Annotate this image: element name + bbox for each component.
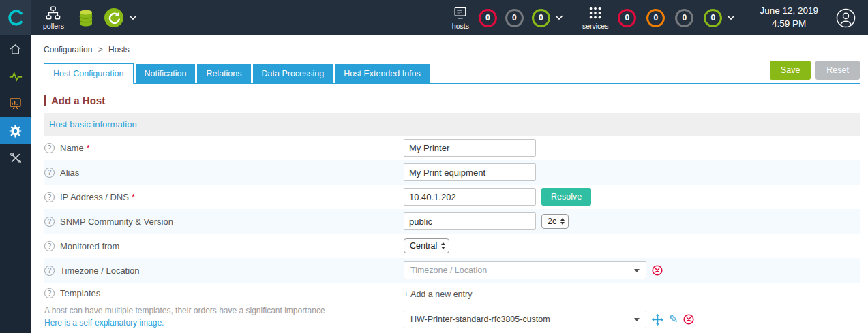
- pollers-label: pollers: [43, 22, 64, 30]
- hosts-chevron-down-icon[interactable]: [555, 15, 563, 20]
- pollers-menu[interactable]: pollers: [43, 5, 64, 30]
- hosts-label: hosts: [452, 22, 469, 30]
- ip-input[interactable]: [404, 188, 536, 206]
- snmp-label: SNMP Community & Version: [60, 217, 173, 227]
- current-time: 4:59 PM: [760, 18, 818, 31]
- database-status-icon[interactable]: [78, 9, 94, 27]
- breadcrumb-configuration[interactable]: Configuration: [44, 45, 92, 54]
- timezone-placeholder: Timezone / Location: [410, 266, 487, 275]
- services-ok-badge[interactable]: 0: [704, 9, 722, 27]
- name-input[interactable]: [404, 139, 536, 157]
- services-unknown-badge[interactable]: 0: [675, 9, 693, 27]
- poller-chevron-down-icon[interactable]: [129, 15, 137, 20]
- sidebar-item-administration[interactable]: [0, 144, 31, 172]
- form-row-ip: ? IP Address / DNS * Resolve: [44, 185, 860, 209]
- select-arrows-icon: [441, 242, 445, 249]
- hosts-menu[interactable]: hosts: [452, 5, 469, 30]
- form-row-snmp: ? SNMP Community & Version 2c: [44, 209, 860, 234]
- template-move-icon[interactable]: [652, 314, 663, 326]
- chevron-down-icon: [634, 318, 640, 321]
- sidebar-item-configuration[interactable]: [0, 117, 31, 144]
- hosts-icon: [453, 5, 468, 20]
- user-profile-icon[interactable]: [836, 8, 856, 28]
- tools-icon: [9, 151, 23, 165]
- required-marker: *: [87, 143, 90, 153]
- heartbeat-icon: [8, 69, 23, 84]
- services-critical-badge[interactable]: 0: [618, 9, 636, 27]
- current-date: June 12, 2019: [760, 5, 818, 18]
- monitored-from-label: Monitored from: [60, 241, 119, 251]
- tab-host-configuration[interactable]: Host Configuration: [44, 63, 134, 84]
- pollers-icon: [46, 5, 61, 20]
- sidebar-item-reporting[interactable]: [0, 90, 31, 117]
- tab-data-processing[interactable]: Data Processing: [253, 64, 333, 83]
- form-row-templates: ? Templates A host can have multiple tem…: [44, 283, 860, 333]
- services-label: services: [582, 22, 609, 30]
- services-icon: [588, 5, 603, 20]
- host-form: ? Name * ? Alias ? IP Address / DNS *: [44, 136, 860, 333]
- services-warning-badge[interactable]: 0: [646, 9, 665, 27]
- service-status-badges: 0 0 0 0: [618, 9, 722, 27]
- timezone-select[interactable]: Timezone / Location: [404, 261, 646, 279]
- form-row-name: ? Name *: [44, 136, 860, 160]
- snmp-version-select[interactable]: 2c: [541, 214, 569, 229]
- alias-input[interactable]: [404, 163, 536, 181]
- form-row-alias: ? Alias: [44, 160, 860, 185]
- hosts-up-badge[interactable]: 0: [532, 9, 550, 27]
- tab-host-extended-infos[interactable]: Host Extended Infos: [335, 64, 430, 83]
- resolve-button[interactable]: Resolve: [541, 188, 591, 206]
- sidebar: [0, 35, 31, 333]
- top-bar: pollers hosts 0 0 0: [0, 0, 868, 35]
- monitored-from-select[interactable]: Central: [404, 238, 449, 253]
- ip-label: IP Address / DNS: [60, 192, 129, 202]
- help-icon[interactable]: ?: [44, 288, 55, 298]
- template-edit-icon[interactable]: ✎: [669, 314, 678, 325]
- hosts-unreachable-badge[interactable]: 0: [505, 9, 524, 27]
- breadcrumb: Configuration > Hosts: [31, 35, 868, 54]
- chevron-down-icon: [634, 269, 640, 272]
- tab-relations[interactable]: Relations: [197, 64, 250, 83]
- required-marker: *: [132, 192, 135, 202]
- section-header: Host basic information: [44, 113, 860, 136]
- centreon-logo[interactable]: [0, 0, 31, 35]
- form-row-timezone: ? Timezone / Location Timezone / Locatio…: [44, 258, 860, 283]
- template-select-value: HW-Printer-standard-rfc3805-custom: [410, 315, 550, 324]
- templates-help-link[interactable]: Here is a self-explanatory image.: [44, 318, 404, 328]
- sidebar-item-home[interactable]: [0, 35, 31, 63]
- template-delete-icon[interactable]: [683, 314, 694, 325]
- main-content: Configuration > Hosts Host Configuration…: [31, 35, 868, 333]
- templates-label: Templates: [60, 288, 100, 298]
- centreon-logo-icon: [7, 9, 25, 27]
- form-actions: Save Reset: [770, 61, 860, 80]
- tab-notification[interactable]: Notification: [136, 64, 196, 83]
- page-title: Add a Host: [44, 95, 868, 106]
- templates-help-text: A host can have multiple templates, thei…: [44, 306, 404, 315]
- name-label: Name: [60, 143, 84, 153]
- poller-status-icon[interactable]: [104, 7, 124, 28]
- hosts-down-badge[interactable]: 0: [479, 9, 497, 27]
- add-template-entry-link[interactable]: + Add a new entry: [404, 288, 472, 299]
- services-menu[interactable]: services: [582, 5, 609, 30]
- breadcrumb-separator: >: [98, 45, 103, 54]
- clock: June 12, 2019 4:59 PM: [760, 5, 818, 31]
- help-icon[interactable]: ?: [44, 168, 55, 178]
- timezone-clear-icon[interactable]: [652, 265, 663, 276]
- services-chevron-down-icon[interactable]: [727, 15, 735, 20]
- alias-label: Alias: [60, 168, 79, 178]
- save-button[interactable]: Save: [770, 61, 811, 80]
- snmp-community-input[interactable]: [404, 212, 536, 230]
- monitored-from-value: Central: [410, 241, 437, 251]
- tab-bar: Host Configuration Notification Relation…: [44, 61, 860, 84]
- template-select[interactable]: HW-Printer-standard-rfc3805-custom: [404, 311, 646, 328]
- help-icon[interactable]: ?: [44, 241, 55, 251]
- select-arrows-icon: [560, 218, 565, 225]
- breadcrumb-hosts: Hosts: [108, 45, 130, 54]
- reset-button[interactable]: Reset: [815, 61, 860, 80]
- help-icon[interactable]: ?: [44, 266, 55, 276]
- home-icon: [8, 42, 23, 57]
- sidebar-item-monitoring[interactable]: [0, 63, 31, 90]
- timezone-label: Timezone / Location: [60, 266, 140, 276]
- help-icon[interactable]: ?: [44, 143, 55, 153]
- help-icon[interactable]: ?: [44, 217, 55, 227]
- help-icon[interactable]: ?: [44, 192, 55, 202]
